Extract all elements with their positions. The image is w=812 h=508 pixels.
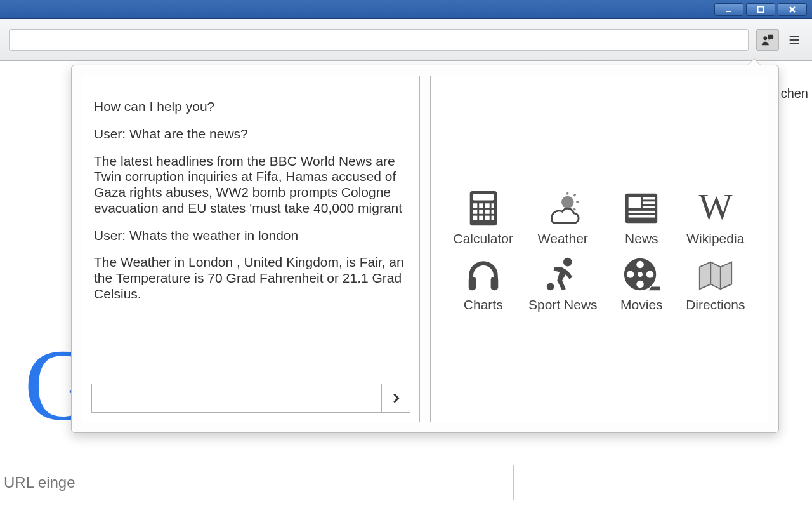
assistant-extension-button[interactable] [756,29,779,51]
svg-rect-38 [490,277,498,290]
svg-rect-22 [485,216,490,220]
svg-point-44 [627,271,634,278]
tools-panel: Calculator Weather [430,76,768,422]
chat-input-row [82,377,419,422]
tool-label: Wikipedia [686,231,744,246]
svg-rect-21 [479,216,483,220]
svg-rect-34 [629,211,655,213]
svg-rect-11 [473,194,494,201]
svg-point-4 [763,36,767,40]
svg-rect-16 [473,210,477,214]
tool-label: Calculator [454,231,514,246]
film-reel-icon [619,251,664,297]
svg-marker-6 [769,39,771,41]
window-minimize-button[interactable] [714,3,743,16]
svg-rect-15 [491,203,494,208]
svg-rect-18 [485,210,490,214]
svg-point-46 [638,272,643,277]
chat-transcript: How can I help you? User: What are the n… [82,76,419,377]
tool-charts[interactable]: Charts [454,251,514,312]
address-bar[interactable] [9,29,749,51]
weather-icon [540,185,586,231]
tool-label: Sport News [528,297,598,312]
svg-rect-14 [485,203,490,208]
google-search-box[interactable] [0,465,514,500]
svg-point-42 [637,261,645,269]
tool-wikipedia[interactable]: W Wikipedia [686,185,745,246]
svg-rect-30 [629,197,641,208]
tool-label: Weather [538,231,588,246]
assistant-icon [761,33,775,47]
map-icon [693,251,738,297]
svg-point-24 [561,196,573,208]
svg-point-40 [547,283,554,291]
chat-line: How can I help you? [94,99,408,115]
chat-line: The Weather in London , United Kingdom, … [94,255,408,302]
chat-line: The latest headlines from the BBC World … [94,154,408,217]
sport-icon [540,251,586,297]
wikipedia-icon: W [693,185,738,231]
svg-rect-32 [643,201,655,204]
svg-rect-19 [491,210,494,214]
news-icon [619,185,664,231]
tool-news[interactable]: News [613,185,671,246]
chat-input[interactable] [91,384,381,413]
tool-movies[interactable]: Movies [613,251,671,312]
svg-rect-23 [491,216,494,220]
svg-point-39 [563,258,572,267]
browser-toolbar [0,19,812,61]
chat-panel: How can I help you? User: What are the n… [82,76,420,422]
svg-rect-31 [643,197,655,200]
tool-directions[interactable]: Directions [686,251,745,312]
svg-rect-17 [479,210,483,214]
chat-send-button[interactable] [381,384,410,413]
svg-rect-35 [629,215,655,218]
svg-point-43 [637,281,645,288]
headphones-icon [461,251,506,297]
svg-rect-13 [479,203,483,208]
partial-text: chen [781,86,808,101]
search-input[interactable] [4,474,513,491]
tool-label: Charts [464,297,503,312]
svg-text:W: W [698,189,732,227]
hamburger-icon [787,33,801,47]
tool-sport-news[interactable]: Sport News [528,251,598,312]
window-titlebar [0,0,812,19]
tool-label: Movies [620,297,663,312]
svg-rect-37 [469,277,476,290]
svg-line-28 [574,208,576,210]
window-maximize-button[interactable] [746,3,775,16]
chevron-right-icon [389,391,403,405]
browser-menu-button[interactable] [783,29,806,51]
assistant-popup: How can I help you? User: What are the n… [71,65,779,433]
svg-rect-12 [473,203,477,208]
svg-rect-20 [473,216,477,220]
calculator-icon [461,185,506,231]
window-close-button[interactable] [778,3,807,16]
svg-marker-47 [700,262,731,290]
svg-rect-33 [643,206,655,208]
tool-label: Directions [686,297,745,312]
chat-line: User: Whats the weather in london [94,228,408,244]
svg-rect-1 [758,6,764,12]
svg-point-45 [646,271,654,278]
tool-calculator[interactable]: Calculator [454,185,514,246]
chat-line: User: What are the news? [94,126,408,142]
svg-rect-5 [768,34,773,38]
svg-line-27 [574,194,576,196]
tools-grid: Calculator Weather [454,185,745,312]
tool-weather[interactable]: Weather [528,185,598,246]
tool-label: News [625,231,658,246]
